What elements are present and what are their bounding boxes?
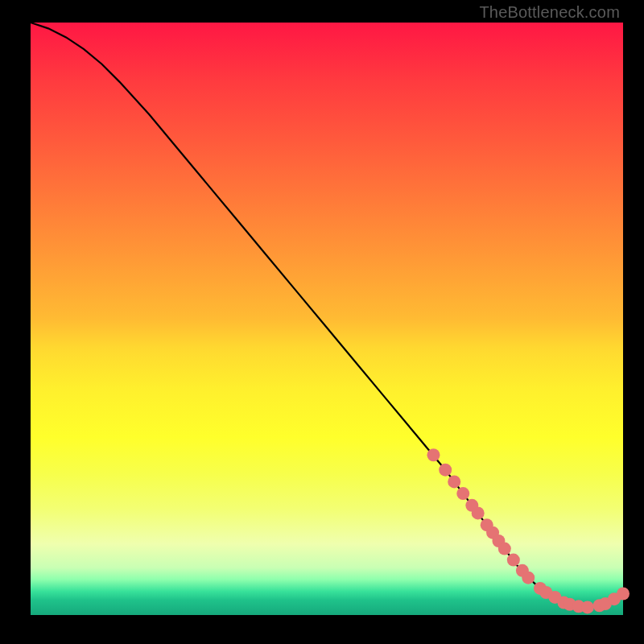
data-marker — [472, 506, 485, 519]
data-marker — [448, 475, 460, 488]
data-marker — [456, 487, 469, 500]
data-marker — [498, 543, 511, 555]
data-marker — [617, 588, 630, 601]
bottleneck-curve — [31, 23, 623, 607]
attribution-label: TheBottleneck.com — [479, 3, 620, 22]
data-marker — [581, 601, 594, 613]
data-marker — [427, 448, 440, 461]
plot-area — [31, 23, 623, 615]
chart-frame: TheBottleneck.com — [0, 0, 644, 644]
curve-svg — [31, 23, 623, 615]
data-marker — [522, 572, 535, 584]
marker-group — [427, 448, 630, 613]
data-marker — [507, 554, 520, 567]
data-marker — [439, 464, 452, 477]
